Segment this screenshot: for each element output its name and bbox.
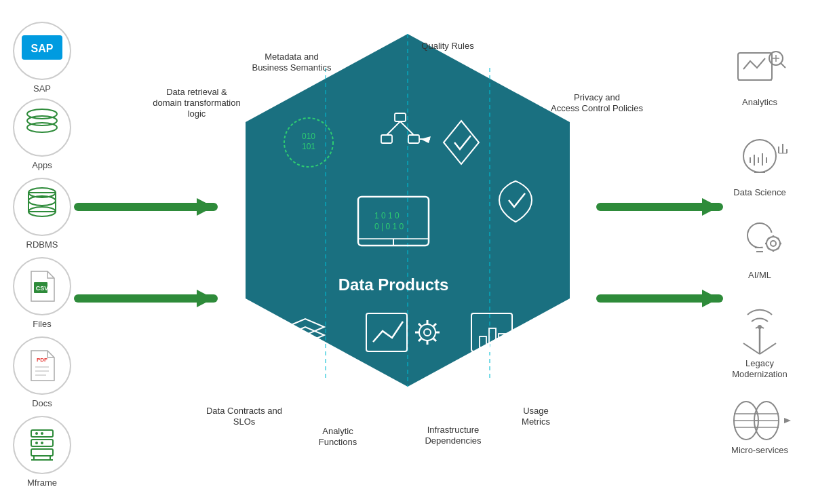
svg-text:domain transformation: domain transformation [153, 98, 240, 108]
source-label-mframe: Mframe [27, 478, 57, 488]
svg-text:SLOs: SLOs [233, 416, 256, 427]
target-label-data-science: Data Science [733, 187, 785, 197]
target-analytics [738, 52, 785, 80]
diagram-svg: SAP SAP Apps RDBMS CSV Files [0, 0, 816, 504]
arrow-right-top [600, 198, 719, 216]
svg-marker-32 [197, 198, 214, 216]
svg-text:Business Semantics: Business Semantics [252, 62, 332, 73]
arrow-left-bottom [78, 290, 214, 307]
svg-point-23 [41, 432, 43, 435]
svg-text:PDF: PDF [37, 357, 47, 363]
svg-text:Dependencies: Dependencies [425, 435, 482, 446]
svg-text:101: 101 [302, 142, 315, 151]
svg-text:CSV: CSV [36, 285, 49, 292]
svg-text:1 0 1 0: 1 0 1 0 [374, 211, 400, 220]
target-ai-ml [747, 223, 784, 254]
svg-line-111 [743, 343, 760, 354]
svg-text:Metrics: Metrics [522, 416, 550, 427]
target-label-legacy: Legacy [745, 358, 774, 368]
svg-line-106 [768, 238, 769, 239]
svg-text:Modernization: Modernization [732, 369, 788, 379]
source-label-docs: Docs [32, 398, 52, 408]
svg-point-25 [35, 442, 38, 444]
label-metadata: Metadata and [265, 52, 319, 62]
source-label-sap: SAP [33, 83, 51, 94]
target-data-science [743, 140, 787, 172]
svg-text:logic: logic [188, 109, 206, 119]
svg-point-3 [14, 99, 71, 156]
target-legacy [743, 310, 776, 354]
svg-text:0 | 0 1 0: 0 | 0 1 0 [374, 222, 404, 231]
arrow-left-top [78, 198, 214, 216]
svg-point-22 [35, 432, 38, 435]
label-contracts: Data Contracts and [206, 406, 282, 416]
svg-point-85 [743, 140, 776, 172]
svg-point-20 [14, 416, 71, 473]
label-usage: Usage [523, 406, 549, 416]
label-quality: Quality Rules [421, 41, 474, 51]
svg-text:Functions: Functions [319, 437, 357, 447]
source-label-files: Files [33, 319, 52, 329]
svg-line-112 [760, 343, 776, 354]
svg-marker-34 [197, 290, 214, 307]
target-label-ai-ml: AI/ML [748, 270, 771, 280]
source-label-rdbms: RDBMS [26, 239, 58, 250]
svg-marker-36 [702, 198, 719, 216]
target-micro-services [734, 402, 791, 440]
source-label-apps: Apps [32, 160, 52, 170]
svg-line-109 [768, 248, 769, 250]
svg-line-108 [778, 238, 779, 239]
svg-marker-55 [275, 327, 281, 346]
svg-text:Access Control Policies: Access Control Policies [551, 103, 643, 113]
svg-marker-123 [784, 418, 791, 423]
arrow-right-bottom [600, 290, 719, 307]
svg-text:010: 010 [302, 132, 315, 141]
hex-title: Data Products [338, 275, 449, 294]
svg-marker-38 [702, 290, 719, 307]
target-label-micro-services: Micro-services [731, 445, 788, 455]
svg-point-26 [41, 442, 43, 444]
label-analytic: Analytic [322, 426, 353, 436]
target-label-analytics: Analytics [742, 97, 778, 107]
svg-point-113 [758, 325, 762, 329]
label-infrastructure: Infrastructure [427, 425, 480, 435]
main-container: SAP SAP Apps RDBMS CSV Files [0, 0, 816, 504]
svg-line-82 [781, 63, 785, 68]
svg-line-107 [778, 248, 779, 250]
label-retrieval: Data retrieval & [166, 87, 227, 97]
label-privacy: Privacy and [574, 92, 620, 102]
svg-text:SAP: SAP [31, 43, 54, 54]
